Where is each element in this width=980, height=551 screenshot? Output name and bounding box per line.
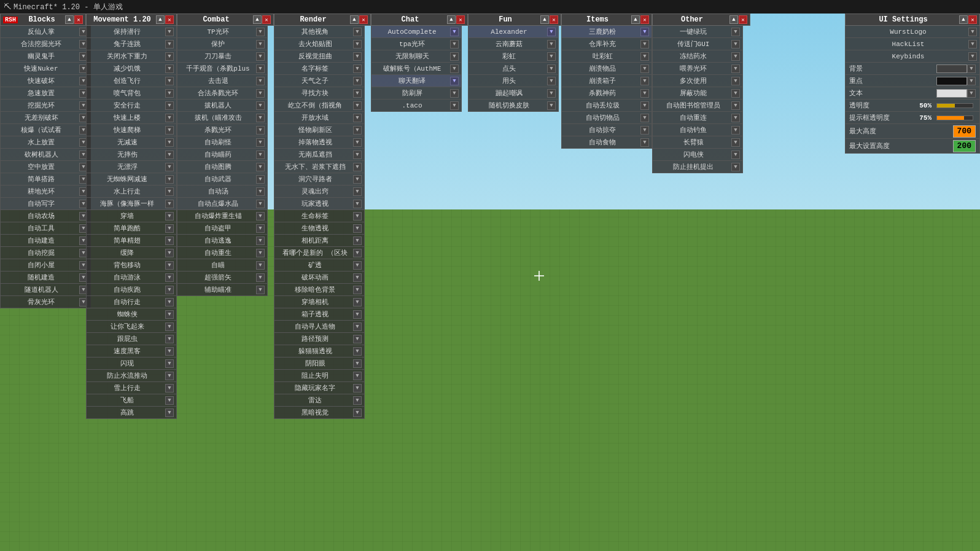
- close-btn-ui[interactable]: ✕: [968, 15, 977, 24]
- panel-item-blocks-10[interactable]: 砍树机器人▼: [0, 149, 91, 161]
- panel-item-arrow-combat-17[interactable]: ▼: [256, 236, 265, 245]
- panel-item-arrow-render-9[interactable]: ▼: [353, 138, 362, 147]
- panel-item-arrow-render-6[interactable]: ▼: [353, 101, 362, 110]
- panel-item-other-0[interactable]: 一键绿玩▼: [652, 26, 743, 38]
- panel-item-render-12[interactable]: 洞穴寻路者▼: [274, 173, 365, 186]
- panel-item-blocks-15[interactable]: 自动农场▼: [0, 210, 91, 222]
- panel-item-chat-4[interactable]: 聊天翻译▼: [371, 75, 462, 87]
- panel-item-blocks-13[interactable]: 耕地光环▼: [0, 186, 91, 198]
- panel-item-blocks-7[interactable]: 无差别破坏▼: [0, 112, 91, 124]
- panel-item-movement-1[interactable]: 兔子连跳▼: [86, 38, 177, 50]
- panel-item-arrow-combat-8[interactable]: ▼: [256, 126, 265, 135]
- panel-item-arrow-movement-0[interactable]: ▼: [165, 28, 174, 36]
- panel-item-other-5[interactable]: 屏蔽功能▼: [652, 87, 743, 100]
- panel-item-arrow-fun-3[interactable]: ▼: [547, 64, 556, 73]
- panel-item-movement-10[interactable]: 无摔伤▼: [86, 149, 177, 161]
- panel-item-render-4[interactable]: 天气之子▼: [274, 75, 365, 87]
- panel-item-render-1[interactable]: 去火焰贴图▼: [274, 38, 365, 50]
- panel-item-arrow-movement-14[interactable]: ▼: [165, 200, 174, 208]
- panel-item-other-3[interactable]: 喂养光环▼: [652, 63, 743, 75]
- close-btn-blocks[interactable]: ✕: [74, 15, 83, 24]
- up-btn-render[interactable]: ▲: [350, 15, 359, 24]
- panel-item-combat-7[interactable]: 拔机（瞄准攻击▼: [177, 112, 268, 124]
- panel-item-blocks-8[interactable]: 核爆（试试看▼: [0, 124, 91, 136]
- ui-color-setting-1[interactable]: 重点 ▼: [845, 75, 980, 87]
- ui-slider-track-1[interactable]: [936, 115, 973, 120]
- panel-item-arrow-combat-20[interactable]: ▼: [256, 273, 265, 282]
- panel-item-arrow-combat-0[interactable]: ▼: [256, 28, 265, 36]
- panel-item-arrow-movement-5[interactable]: ▼: [165, 89, 174, 98]
- panel-item-movement-3[interactable]: 减少饥饿▼: [86, 63, 177, 75]
- ui-slider-track-0[interactable]: [936, 103, 973, 108]
- panel-item-render-6[interactable]: 屹立不倒（指视角▼: [274, 100, 365, 112]
- panel-item-combat-17[interactable]: 自动逃逸▼: [177, 235, 268, 247]
- panel-item-arrow-combat-7[interactable]: ▼: [256, 114, 265, 122]
- panel-item-movement-11[interactable]: 无漂浮▼: [86, 161, 177, 173]
- up-btn-blocks[interactable]: ▲: [65, 15, 74, 24]
- panel-item-combat-13[interactable]: 自动汤▼: [177, 186, 268, 198]
- panel-item-arrow-movement-3[interactable]: ▼: [165, 64, 174, 73]
- up-btn-combat[interactable]: ▲: [253, 15, 262, 24]
- panel-item-arrow-combat-14[interactable]: ▼: [256, 200, 265, 208]
- panel-item-arrow-combat-9[interactable]: ▼: [256, 138, 265, 147]
- panel-item-arrow-movement-20[interactable]: ▼: [165, 273, 174, 282]
- panel-item-movement-21[interactable]: 自动疾跑▼: [86, 284, 177, 296]
- panel-item-combat-20[interactable]: 超强箭矢▼: [177, 272, 268, 284]
- panel-item-render-28[interactable]: 阻止失明▼: [274, 370, 365, 382]
- panel-item-movement-4[interactable]: 创造飞行▼: [86, 75, 177, 87]
- panel-item-arrow-chat-0[interactable]: ▼: [450, 28, 459, 36]
- ui-color-arrow-2[interactable]: ▼: [967, 89, 976, 98]
- ui-item-arrow-2[interactable]: ▼: [968, 52, 977, 61]
- panel-item-other-2[interactable]: 冻结药水▼: [652, 50, 743, 63]
- panel-item-blocks-4[interactable]: 快速破坏▼: [0, 75, 91, 87]
- panel-item-arrow-render-17[interactable]: ▼: [353, 236, 362, 245]
- panel-item-items-1[interactable]: 仓库补充▼: [561, 38, 652, 50]
- panel-item-render-2[interactable]: 反视觉扭曲▼: [274, 50, 365, 63]
- panel-item-combat-21[interactable]: 辅助瞄准▼: [177, 284, 268, 296]
- panel-item-arrow-movement-11[interactable]: ▼: [165, 163, 174, 171]
- panel-item-blocks-16[interactable]: 自动工具▼: [0, 222, 91, 235]
- panel-item-arrow-render-2[interactable]: ▼: [353, 52, 362, 61]
- panel-item-arrow-items-1[interactable]: ▼: [640, 40, 649, 49]
- panel-item-combat-1[interactable]: 保护▼: [177, 38, 268, 50]
- panel-item-render-27[interactable]: 阴阳眼▼: [274, 358, 365, 370]
- panel-item-arrow-movement-22[interactable]: ▼: [165, 298, 174, 307]
- panel-item-blocks-12[interactable]: 简单搭路▼: [0, 173, 91, 186]
- ui-height-row-0[interactable]: 最大高度 700: [845, 124, 980, 139]
- panel-item-blocks-6[interactable]: 挖掘光环▼: [0, 100, 91, 112]
- panel-item-arrow-combat-13[interactable]: ▼: [256, 187, 265, 196]
- panel-item-movement-14[interactable]: 海豚（像海豚一样▼: [86, 198, 177, 210]
- panel-item-arrow-render-0[interactable]: ▼: [353, 28, 362, 36]
- panel-item-items-2[interactable]: 吐彩虹▼: [561, 50, 652, 63]
- panel-item-arrow-render-29[interactable]: ▼: [353, 384, 362, 393]
- panel-item-arrow-render-25[interactable]: ▼: [353, 335, 362, 343]
- panel-item-arrow-chat-6[interactable]: ▼: [450, 101, 459, 110]
- panel-item-arrow-movement-19[interactable]: ▼: [165, 261, 174, 270]
- panel-item-combat-10[interactable]: 自动瞄药▼: [177, 149, 268, 161]
- panel-item-movement-6[interactable]: 安全行走▼: [86, 100, 177, 112]
- panel-item-arrow-other-7[interactable]: ▼: [731, 114, 740, 122]
- panel-item-arrow-items-7[interactable]: ▼: [640, 114, 649, 122]
- panel-item-render-7[interactable]: 开放水域▼: [274, 112, 365, 124]
- panel-item-arrow-items-6[interactable]: ▼: [640, 101, 649, 110]
- panel-item-combat-6[interactable]: 拔机器人▼: [177, 100, 268, 112]
- panel-item-movement-0[interactable]: 保持潜行▼: [86, 26, 177, 38]
- panel-item-chat-3[interactable]: 破解账号（AuthME▼: [371, 63, 462, 75]
- panel-item-blocks-0[interactable]: 反仙人掌▼: [0, 26, 91, 38]
- panel-item-combat-14[interactable]: 自动点爆水晶▼: [177, 198, 268, 210]
- panel-item-render-0[interactable]: 其他视角▼: [274, 26, 365, 38]
- panel-item-movement-28[interactable]: 防止水流推动▼: [86, 370, 177, 382]
- panel-item-combat-19[interactable]: 自瞄▼: [177, 259, 268, 272]
- panel-item-arrow-render-27[interactable]: ▼: [353, 359, 362, 368]
- panel-item-arrow-render-3[interactable]: ▼: [353, 64, 362, 73]
- panel-item-fun-3[interactable]: 点头▼: [468, 63, 559, 75]
- panel-item-movement-27[interactable]: 闪现▼: [86, 358, 177, 370]
- panel-item-movement-7[interactable]: 快速上楼▼: [86, 112, 177, 124]
- up-btn-movement[interactable]: ▲: [156, 15, 165, 24]
- panel-item-render-22[interactable]: 穿墙相机▼: [274, 296, 365, 308]
- panel-item-arrow-render-7[interactable]: ▼: [353, 114, 362, 122]
- panel-item-movement-30[interactable]: 飞船▼: [86, 394, 177, 407]
- panel-item-arrow-render-15[interactable]: ▼: [353, 212, 362, 221]
- panel-item-combat-9[interactable]: 自动刷怪▼: [177, 136, 268, 149]
- panel-item-arrow-fun-1[interactable]: ▼: [547, 40, 556, 49]
